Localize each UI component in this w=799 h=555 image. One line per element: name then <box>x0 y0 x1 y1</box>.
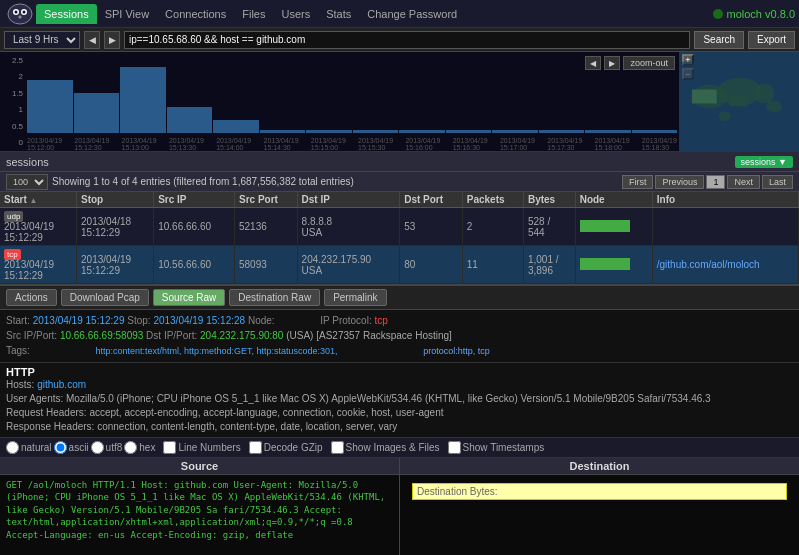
detail-panel: Actions Download Pcap Source Raw Destina… <box>0 284 799 555</box>
chart-bar <box>539 130 585 133</box>
svg-point-0 <box>8 4 32 24</box>
main-nav: Sessions SPI View Connections Files User… <box>36 4 713 24</box>
encoding-radio-group: natural ascii utf8 hex <box>6 441 155 454</box>
cell-info: /github.com/aol/moloch <box>652 246 798 284</box>
sessions-label: sessions <box>6 156 49 168</box>
table-row[interactable]: udp2013/04/1915:12:29 2013/04/1815:12:29… <box>0 208 799 246</box>
line-numbers-label: Line Numbers <box>178 442 240 453</box>
show-timestamps-checkbox[interactable] <box>448 441 461 454</box>
col-dst-ip[interactable]: Dst IP <box>297 192 400 208</box>
cell-src-ip: 10.66.66.60 <box>154 208 235 246</box>
last-page-button[interactable]: Last <box>762 175 793 189</box>
cell-proto-start: udp2013/04/1915:12:29 <box>0 208 77 246</box>
svg-rect-12 <box>730 97 748 107</box>
decode-gzip-group: Decode GZip <box>249 441 323 454</box>
nav-tab-sessions[interactable]: Sessions <box>36 4 97 24</box>
chart-bar <box>27 80 73 133</box>
nav-tab-connections[interactable]: Connections <box>157 4 234 24</box>
permalink-button[interactable]: Permalink <box>324 289 386 306</box>
dest-bytes-label: Destination Bytes: <box>417 486 498 497</box>
actions-button[interactable]: Actions <box>6 289 57 306</box>
decode-gzip-checkbox[interactable] <box>249 441 262 454</box>
cell-dst-port: 53 <box>400 208 463 246</box>
cell-packets: 11 <box>462 246 523 284</box>
time-range-select[interactable]: Last 9 Hrs <box>4 31 80 49</box>
chart-bar <box>632 130 678 133</box>
encoding-natural-radio[interactable] <box>6 441 19 454</box>
dest-bytes-box: Destination Bytes: <box>412 483 787 500</box>
time-back-button[interactable]: ◀ <box>84 31 100 49</box>
export-button[interactable]: Export <box>748 31 795 49</box>
col-info[interactable]: Info <box>652 192 798 208</box>
cell-stop: 2013/04/1915:12:29 <box>77 246 154 284</box>
traffic-chart: 2.5 2 1.5 1 0.5 0 ◀ ▶ zoom-out <box>0 52 799 152</box>
download-pcap-button[interactable]: Download Pcap <box>61 289 149 306</box>
current-page-button[interactable]: 1 <box>706 175 725 189</box>
encoding-hex-radio[interactable] <box>124 441 137 454</box>
svg-rect-13 <box>692 90 717 104</box>
col-bytes[interactable]: Bytes <box>523 192 575 208</box>
nav-tab-stats[interactable]: Stats <box>318 4 359 24</box>
decode-gzip-label: Decode GZip <box>264 442 323 453</box>
chart-nav-controls: ◀ ▶ zoom-out <box>585 56 675 70</box>
col-start[interactable]: Start ▲ <box>0 192 77 208</box>
show-images-checkbox[interactable] <box>331 441 344 454</box>
col-node[interactable]: Node <box>575 192 652 208</box>
per-page-select[interactable]: 100 <box>6 174 48 190</box>
svg-point-9 <box>754 84 774 104</box>
sessions-table: Start ▲ Stop Src IP Src Port Dst IP Dst … <box>0 192 799 284</box>
chart-bar <box>446 130 492 133</box>
svg-point-4 <box>23 10 26 13</box>
cell-bytes: 528 /544 <box>523 208 575 246</box>
http-title: HTTP <box>6 366 793 378</box>
sessions-dropdown[interactable]: sessions ▼ <box>735 156 793 168</box>
time-forward-button[interactable]: ▶ <box>104 31 120 49</box>
search-input[interactable] <box>124 31 690 49</box>
chart-bar <box>213 120 259 133</box>
dest-panel-content: Destination Bytes: <box>400 475 799 556</box>
show-timestamps-group: Show Timestamps <box>448 441 545 454</box>
destination-raw-button[interactable]: Destination Raw <box>229 289 320 306</box>
chart-bar <box>306 130 352 133</box>
nav-tab-files[interactable]: Files <box>234 4 273 24</box>
chart-y-axis: 2.5 2 1.5 1 0.5 0 <box>0 52 25 151</box>
encoding-ascii-radio[interactable] <box>54 441 67 454</box>
nav-tab-users[interactable]: Users <box>273 4 318 24</box>
col-stop[interactable]: Stop <box>77 192 154 208</box>
first-page-button[interactable]: First <box>622 175 654 189</box>
header-right: moloch v0.8.0 <box>713 8 795 20</box>
encoding-utf8-radio[interactable] <box>91 441 104 454</box>
source-raw-button[interactable]: Source Raw <box>153 289 225 306</box>
show-timestamps-label: Show Timestamps <box>463 442 545 453</box>
line-numbers-checkbox[interactable] <box>163 441 176 454</box>
results-bar: 100 Showing 1 to 4 of 4 entries (filtere… <box>0 172 799 192</box>
nav-tab-spiview[interactable]: SPI View <box>97 4 157 24</box>
status-indicator <box>713 9 723 19</box>
cell-packets: 2 <box>462 208 523 246</box>
pagination: First Previous 1 Next Last <box>622 175 793 189</box>
search-button[interactable]: Search <box>694 31 744 49</box>
http-section: HTTP Hosts: github.com User Agents: Mozi… <box>0 363 799 438</box>
cell-node <box>575 208 652 246</box>
chart-forward-button[interactable]: ▶ <box>604 56 620 70</box>
source-panel-content: GET /aol/moloch HTTP/1.1 Host: github.co… <box>0 475 399 556</box>
col-src-port[interactable]: Src Port <box>234 192 297 208</box>
cell-bytes: 1,001 /3,896 <box>523 246 575 284</box>
cell-src-ip: 10.56.66.60 <box>154 246 235 284</box>
svg-point-3 <box>15 10 18 13</box>
col-dst-port[interactable]: Dst Port <box>400 192 463 208</box>
cell-stop: 2013/04/1815:12:29 <box>77 208 154 246</box>
prev-page-button[interactable]: Previous <box>655 175 704 189</box>
encoding-ascii-label: ascii <box>69 442 89 453</box>
nav-tab-changepassword[interactable]: Change Password <box>359 4 465 24</box>
chart-timestamps: 2013/04/1915:12:00 2013/04/1915:12:30 20… <box>25 137 679 151</box>
col-packets[interactable]: Packets <box>462 192 523 208</box>
app-header: Sessions SPI View Connections Files User… <box>0 0 799 28</box>
chart-back-button[interactable]: ◀ <box>585 56 601 70</box>
table-row[interactable]: tcp2013/04/1915:12:29 2013/04/1915:12:29… <box>0 246 799 284</box>
col-src-ip[interactable]: Src IP <box>154 192 235 208</box>
next-page-button[interactable]: Next <box>727 175 760 189</box>
results-count: Showing 1 to 4 of 4 entries (filtered fr… <box>52 176 354 187</box>
zoom-out-button[interactable]: zoom-out <box>623 56 675 70</box>
dest-panel: Destination Destination Bytes: <box>400 458 799 556</box>
